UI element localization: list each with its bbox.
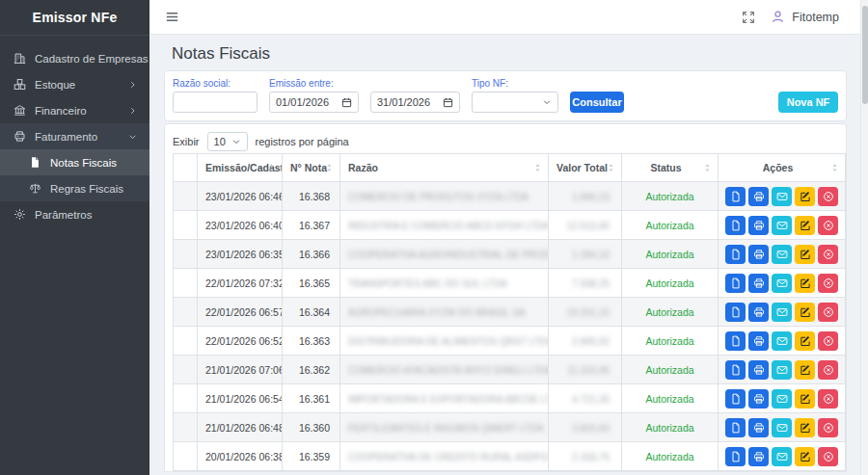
print-button[interactable] [748,245,769,264]
edit-button[interactable] [795,245,815,264]
table-row[interactable]: 22/01/2026 06:57:59 16.364 AGROPECUARIA … [174,298,846,327]
printer-icon [753,451,765,462]
sidebar-item-estoque[interactable]: Estoque [0,71,149,97]
date-to-input[interactable]: 31/01/2026 [370,92,460,113]
print-button[interactable] [748,418,769,437]
fullscreen-icon[interactable] [742,11,755,24]
sidebar-item-regras-fiscais[interactable]: Regras Fiscais [0,175,149,201]
header-nota[interactable]: N° Nota [283,154,340,182]
cancel-button[interactable] [818,274,838,293]
edit-button[interactable] [795,360,815,380]
edit-button[interactable] [795,303,815,322]
table-row[interactable]: 21/01/2026 06:48:11 16.360 FERTILIZANTES… [174,413,846,442]
cancel-button[interactable] [818,447,838,466]
edit-button[interactable] [795,418,815,437]
nova-nf-button[interactable]: Nova NF [778,92,838,113]
download-xml-button[interactable] [725,303,746,322]
scrollbar-thumb[interactable] [862,6,868,104]
sidebar-item-cadastro-empresas[interactable]: Cadastro de Empresas [0,45,149,71]
edit-button[interactable] [795,447,815,466]
row-status: Autorizada [622,240,719,269]
sidebar-item-notas-fiscais[interactable]: Notas Fiscais [0,149,149,175]
print-button[interactable] [748,274,769,293]
building-icon [14,52,26,65]
edit-button[interactable] [795,187,815,206]
chevron-down-icon [542,97,552,107]
download-xml-button[interactable] [725,216,746,235]
download-xml-button[interactable] [725,274,746,293]
print-button[interactable] [748,447,769,466]
sidebar-item-financeiro[interactable]: Financeiro [0,97,149,123]
email-button[interactable] [772,274,792,293]
filter-submit: Consultar [570,78,624,114]
pencil-icon [800,393,811,405]
email-button[interactable] [772,187,792,206]
envelope-icon [776,220,788,231]
row-status: Autorizada [622,356,719,384]
tipo-nf-select[interactable] [472,92,558,113]
print-button[interactable] [748,389,769,409]
download-xml-button[interactable] [725,447,746,466]
sidebar-item-parametros[interactable]: Parâmetros [0,201,149,227]
email-button[interactable] [772,447,792,466]
table-row[interactable]: 22/01/2026 07:32:39 16.365 TRANSPORTES A… [174,269,846,298]
email-button[interactable] [772,216,792,235]
table-row[interactable]: 23/01/2026 06:35:49 16.366 COOPERATIVA A… [174,240,846,269]
sidebar-group-faturamento: Faturamento Notas Fiscais Regras Fiscais [0,123,149,201]
email-button[interactable] [772,418,792,437]
print-button[interactable] [748,331,769,351]
date-from-input[interactable]: 01/01/2026 [269,92,359,113]
hamburger-menu-icon[interactable] [165,10,179,24]
table-row[interactable]: 20/01/2026 06:38:26 16.359 COOPERATIVA D… [174,442,846,471]
envelope-icon [776,364,788,376]
user-menu[interactable]: Fitotemp [771,10,839,24]
x-circle-icon [823,191,834,202]
sidebar-nav: Cadastro de Empresas Estoque Financeiro … [0,36,149,227]
header-acoes[interactable]: Ações [719,154,846,182]
table-row[interactable]: 23/01/2026 06:40:02 16.367 INDUSTRIA E C… [174,211,846,240]
sidebar-item-faturamento[interactable]: Faturamento [0,123,149,149]
email-button[interactable] [772,303,792,322]
email-button[interactable] [772,360,792,380]
consultar-button[interactable]: Consultar [570,92,624,113]
cancel-button[interactable] [818,331,838,351]
email-button[interactable] [772,389,792,409]
page-length-select[interactable]: 10 [207,132,248,151]
edit-button[interactable] [795,331,815,351]
header-status[interactable]: Status [622,154,719,182]
cancel-button[interactable] [818,389,838,409]
print-button[interactable] [748,216,769,235]
cancel-button[interactable] [818,418,838,437]
edit-button[interactable] [795,274,815,293]
row-nota: 16.365 [283,269,340,298]
scrollbar[interactable] [860,0,868,475]
cancel-button[interactable] [818,245,838,264]
download-xml-button[interactable] [725,389,746,409]
print-button[interactable] [748,303,769,322]
cancel-button[interactable] [818,187,838,206]
file-icon [730,249,742,260]
download-xml-button[interactable] [725,245,746,264]
email-button[interactable] [772,245,792,264]
razao-social-input[interactable] [173,92,258,113]
table-row[interactable]: 23/01/2026 06:46:37 16.368 COMERCIO DE P… [174,182,846,211]
edit-button[interactable] [795,216,815,235]
table-row[interactable]: 21/01/2026 06:54:46 16.361 IMPORTADORA E… [174,384,846,413]
download-xml-button[interactable] [725,187,746,206]
email-button[interactable] [772,331,792,351]
cancel-button[interactable] [818,360,838,380]
row-razao-redacted: TRANSPORTES ABC DO SUL LTDA [340,269,549,298]
header-emissao[interactable]: Emissão/Cadastro [198,154,283,182]
print-button[interactable] [748,360,769,380]
download-xml-button[interactable] [725,360,746,380]
cancel-button[interactable] [818,303,838,322]
header-valor-total[interactable]: Valor Total [549,154,622,182]
table-row[interactable]: 21/01/2026 07:06:02 16.362 COMERCIO ATAC… [174,356,846,384]
table-row[interactable]: 22/01/2026 06:52:52 16.363 DISTRIBUIDORA… [174,327,846,356]
header-razao[interactable]: Razão [340,154,549,182]
download-xml-button[interactable] [725,331,746,351]
print-button[interactable] [748,187,769,206]
cancel-button[interactable] [818,216,838,235]
download-xml-button[interactable] [725,418,746,437]
edit-button[interactable] [795,389,815,409]
